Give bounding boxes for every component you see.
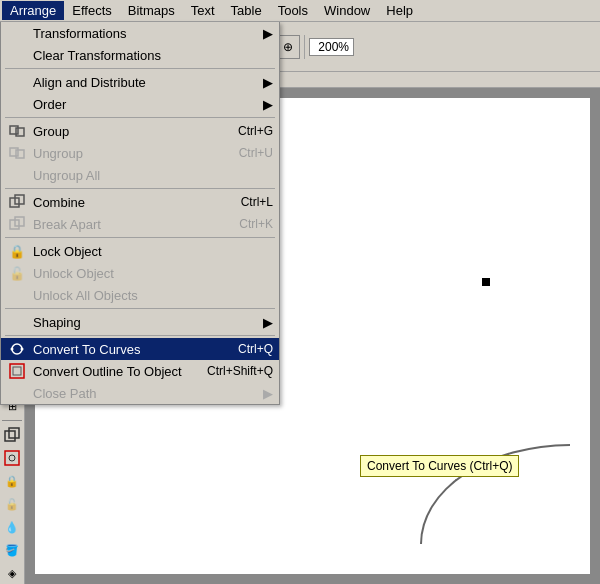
sep5 <box>5 308 275 309</box>
ungroup-icon <box>7 143 27 163</box>
menu-convert-curves[interactable]: Convert To Curves Ctrl+Q <box>1 338 279 360</box>
menu-lock-object[interactable]: 🔒 Lock Object <box>1 240 279 262</box>
svg-rect-10 <box>16 150 24 158</box>
menu-break-apart[interactable]: Break Apart Ctrl+K <box>1 213 279 235</box>
order-icon <box>7 94 27 114</box>
shaping-icon <box>7 312 27 332</box>
svg-rect-18 <box>10 364 24 378</box>
menu-unlock-all[interactable]: Unlock All Objects <box>1 284 279 306</box>
close-path-icon <box>7 383 27 403</box>
transformations-icon <box>7 23 27 43</box>
menu-combine[interactable]: Combine Ctrl+L <box>1 191 279 213</box>
menu-ungroup-all[interactable]: Ungroup All <box>1 164 279 186</box>
order-arrow: ▶ <box>253 97 273 112</box>
align-icon <box>7 72 27 92</box>
group-icon <box>7 121 27 141</box>
combine-icon <box>7 192 27 212</box>
menu-overlay: Transformations ▶ Clear Transformations … <box>0 0 600 584</box>
sep6 <box>5 335 275 336</box>
sep1 <box>5 68 275 69</box>
svg-point-17 <box>21 348 24 351</box>
menu-close-path[interactable]: Close Path ▶ <box>1 382 279 404</box>
menu-transformations[interactable]: Transformations ▶ <box>1 22 279 44</box>
svg-rect-19 <box>13 367 21 375</box>
close-path-arrow: ▶ <box>253 386 273 401</box>
unlock-all-icon <box>7 285 27 305</box>
menu-unlock-object[interactable]: 🔓 Unlock Object <box>1 262 279 284</box>
menu-clear-transformations[interactable]: Clear Transformations <box>1 44 279 66</box>
svg-point-16 <box>11 348 14 351</box>
convert-curves-icon <box>7 339 27 359</box>
menu-order[interactable]: Order ▶ <box>1 93 279 115</box>
submenu-arrow: ▶ <box>253 26 273 41</box>
menu-ungroup[interactable]: Ungroup Ctrl+U <box>1 142 279 164</box>
lock-icon: 🔒 <box>7 241 27 261</box>
menu-group[interactable]: Group Ctrl+G <box>1 120 279 142</box>
arrange-dropdown-menu: Transformations ▶ Clear Transformations … <box>0 22 280 405</box>
clear-trans-icon <box>7 45 27 65</box>
svg-rect-9 <box>10 148 18 156</box>
unlock-icon: 🔓 <box>7 263 27 283</box>
menu-shaping[interactable]: Shaping ▶ <box>1 311 279 333</box>
sep2 <box>5 117 275 118</box>
convert-outline-icon <box>7 361 27 381</box>
ungroup-all-icon <box>7 165 27 185</box>
sep4 <box>5 237 275 238</box>
menu-align-distribute[interactable]: Align and Distribute ▶ <box>1 71 279 93</box>
svg-rect-7 <box>10 126 18 134</box>
sep3 <box>5 188 275 189</box>
convert-curves-tooltip: Convert To Curves (Ctrl+Q) <box>360 455 519 477</box>
svg-rect-8 <box>16 128 24 136</box>
break-apart-icon <box>7 214 27 234</box>
menu-convert-outline[interactable]: Convert Outline To Object Ctrl+Shift+Q <box>1 360 279 382</box>
align-arrow: ▶ <box>253 75 273 90</box>
shaping-arrow: ▶ <box>253 315 273 330</box>
